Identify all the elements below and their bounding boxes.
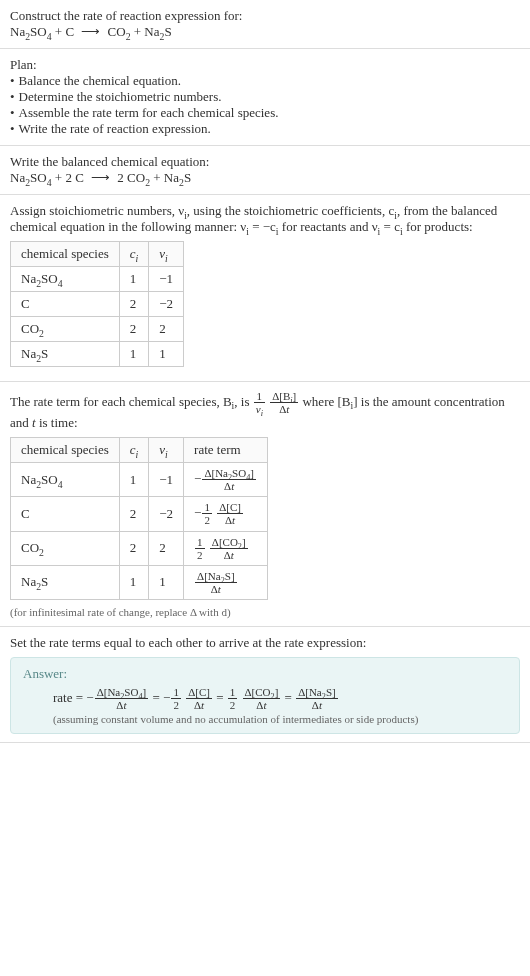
rate-cell: −Δ[Na2SO4]Δt — [184, 463, 268, 497]
col-header: νi — [149, 438, 184, 463]
text: for reactants and ν — [279, 219, 378, 234]
section-stoich: Assign stoichiometric numbers, νi, using… — [0, 195, 530, 382]
col-header: chemical species — [11, 242, 120, 267]
stoich-table: chemical species ci νi Na2SO4 1 −1 C 2 −… — [10, 241, 184, 367]
section-rateterm: The rate term for each chemical species,… — [0, 382, 530, 627]
bullet-icon: • — [10, 73, 15, 89]
text: , using the stoichiometric coefficients,… — [187, 203, 394, 218]
text: The rate term for each chemical species,… — [10, 394, 232, 409]
plan-title: Plan: — [10, 57, 520, 73]
vi-cell: 1 — [149, 342, 184, 367]
ci-cell: 2 — [119, 497, 149, 531]
eq: = — [285, 690, 296, 705]
unbalanced-equation: Na2SO4 + C ⟶ CO2 + Na2S — [10, 24, 520, 40]
bullet-icon: • — [10, 89, 15, 105]
table-header-row: chemical species ci νi — [11, 242, 184, 267]
bullet-icon: • — [10, 105, 15, 121]
ci-cell: 1 — [119, 463, 149, 497]
ci-cell: 1 — [119, 342, 149, 367]
final-title: Set the rate terms equal to each other t… — [10, 635, 520, 651]
vi-cell: 1 — [149, 565, 184, 599]
vi-cell: −2 — [149, 292, 184, 317]
text: where [B — [302, 394, 350, 409]
assumption-note: (assuming constant volume and no accumul… — [23, 713, 507, 725]
eq: = — [152, 690, 163, 705]
construct-prompt: Construct the rate of reaction expressio… — [10, 8, 520, 24]
vi-cell: −2 — [149, 497, 184, 531]
plan-item: •Write the rate of reaction expression. — [10, 121, 520, 137]
plan-item-text: Assemble the rate term for each chemical… — [19, 105, 279, 121]
plan-item: •Assemble the rate term for each chemica… — [10, 105, 520, 121]
table-row: CO2 2 2 12 Δ[CO2]Δt — [11, 531, 268, 565]
vi-cell: 2 — [149, 531, 184, 565]
text: for products: — [403, 219, 473, 234]
answer-box: Answer: rate = −Δ[Na2SO4]Δt = −12 Δ[C]Δt… — [10, 657, 520, 734]
plan-item-text: Balance the chemical equation. — [19, 73, 181, 89]
col-header: rate term — [184, 438, 268, 463]
ci-cell: 1 — [119, 565, 149, 599]
col-header: νi — [149, 242, 184, 267]
ci-cell: 2 — [119, 317, 149, 342]
rateterm-note: (for infinitesimal rate of change, repla… — [10, 606, 520, 618]
section-balanced: Write the balanced chemical equation: Na… — [0, 146, 530, 195]
table-row: Na2S 1 1 Δ[Na2S]Δt — [11, 565, 268, 599]
text: = c — [380, 219, 400, 234]
species-cell: Na2SO4 — [11, 267, 120, 292]
plan-item: •Determine the stoichiometric numbers. — [10, 89, 520, 105]
text: is time: — [36, 415, 78, 430]
ci-cell: 2 — [119, 292, 149, 317]
vi-cell: −1 — [149, 463, 184, 497]
table-row: Na2SO4 1 −1 — [11, 267, 184, 292]
rate-word: rate = — [53, 690, 86, 705]
table-row: C 2 −2 −12 Δ[C]Δt — [11, 497, 268, 531]
rate-expression: rate = −Δ[Na2SO4]Δt = −12 Δ[C]Δt = 12 Δ[… — [23, 686, 507, 711]
stoich-intro: Assign stoichiometric numbers, νi, using… — [10, 203, 520, 235]
col-header: ci — [119, 242, 149, 267]
table-row: CO2 2 2 — [11, 317, 184, 342]
rate-cell: Δ[Na2S]Δt — [184, 565, 268, 599]
fraction: Δ[Bi]Δt — [270, 390, 298, 415]
eq: = — [216, 690, 227, 705]
text: , is — [234, 394, 252, 409]
col-header: chemical species — [11, 438, 120, 463]
ci-cell: 1 — [119, 267, 149, 292]
species-cell: C — [11, 497, 120, 531]
answer-label: Answer: — [23, 666, 507, 682]
table-row: Na2S 1 1 — [11, 342, 184, 367]
text: = −c — [249, 219, 276, 234]
species-cell: CO2 — [11, 531, 120, 565]
table-row: Na2SO4 1 −1 −Δ[Na2SO4]Δt — [11, 463, 268, 497]
rate-cell: 12 Δ[CO2]Δt — [184, 531, 268, 565]
balanced-equation: Na2SO4 + 2 C ⟶ 2 CO2 + Na2S — [10, 170, 520, 186]
col-header: ci — [119, 438, 149, 463]
text: Assign stoichiometric numbers, ν — [10, 203, 184, 218]
species-cell: Na2S — [11, 565, 120, 599]
section-construct: Construct the rate of reaction expressio… — [0, 0, 530, 49]
plan-item-text: Write the rate of reaction expression. — [19, 121, 211, 137]
table-row: C 2 −2 — [11, 292, 184, 317]
ci-cell: 2 — [119, 531, 149, 565]
fraction: 1νi — [254, 390, 265, 415]
species-cell: Na2S — [11, 342, 120, 367]
plan-item-text: Determine the stoichiometric numbers. — [19, 89, 222, 105]
rateterm-table: chemical species ci νi rate term Na2SO4 … — [10, 437, 268, 600]
bullet-icon: • — [10, 121, 15, 137]
balanced-title: Write the balanced chemical equation: — [10, 154, 520, 170]
species-cell: CO2 — [11, 317, 120, 342]
species-cell: C — [11, 292, 120, 317]
table-header-row: chemical species ci νi rate term — [11, 438, 268, 463]
species-cell: Na2SO4 — [11, 463, 120, 497]
plan-item: •Balance the chemical equation. — [10, 73, 520, 89]
vi-cell: 2 — [149, 317, 184, 342]
section-plan: Plan: •Balance the chemical equation. •D… — [0, 49, 530, 146]
section-final: Set the rate terms equal to each other t… — [0, 627, 530, 743]
vi-cell: −1 — [149, 267, 184, 292]
rate-cell: −12 Δ[C]Δt — [184, 497, 268, 531]
rateterm-intro: The rate term for each chemical species,… — [10, 390, 520, 431]
